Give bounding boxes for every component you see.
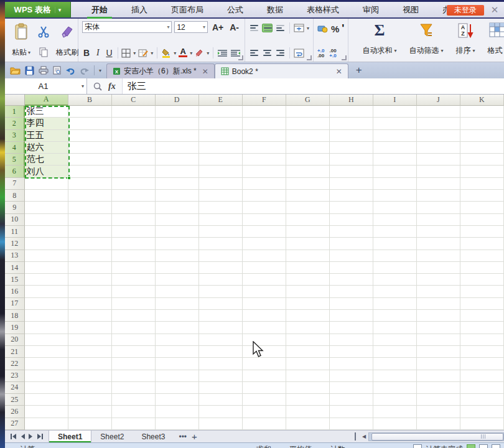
cell-C25[interactable] bbox=[112, 394, 156, 406]
cell-H2[interactable] bbox=[330, 118, 373, 129]
cell-K24[interactable] bbox=[460, 382, 504, 394]
cell-D26[interactable] bbox=[156, 406, 199, 418]
cell-J1[interactable] bbox=[417, 106, 460, 118]
select-all-corner[interactable] bbox=[5, 95, 25, 106]
cell-I26[interactable] bbox=[373, 406, 417, 418]
column-header-e[interactable]: E bbox=[199, 95, 243, 106]
cell-C7[interactable] bbox=[112, 178, 156, 190]
cell-G17[interactable] bbox=[286, 298, 330, 310]
cell-C24[interactable] bbox=[112, 382, 156, 394]
cell-H20[interactable] bbox=[330, 334, 373, 346]
menu-tab-review[interactable]: 审阅 bbox=[351, 2, 391, 17]
cell-A5[interactable]: 范七 bbox=[25, 154, 68, 166]
cell-A2[interactable]: 李四 bbox=[25, 118, 68, 129]
cell-D10[interactable] bbox=[156, 214, 199, 226]
cell-G8[interactable] bbox=[286, 190, 330, 202]
cell-I9[interactable] bbox=[373, 202, 417, 213]
cell-G3[interactable] bbox=[286, 130, 330, 142]
cell-G19[interactable] bbox=[286, 322, 330, 334]
cell-D27[interactable] bbox=[156, 418, 199, 430]
cell-K16[interactable] bbox=[460, 286, 504, 297]
cell-F11[interactable] bbox=[243, 226, 286, 238]
row-header-26[interactable]: 26 bbox=[5, 406, 25, 418]
cell-B24[interactable] bbox=[68, 382, 112, 394]
cell-J24[interactable] bbox=[417, 382, 460, 394]
cell-C27[interactable] bbox=[112, 418, 156, 430]
cell-A11[interactable] bbox=[25, 226, 68, 238]
cell-A9[interactable] bbox=[25, 202, 68, 213]
row-header-23[interactable]: 23 bbox=[5, 370, 25, 382]
cell-B4[interactable] bbox=[68, 142, 112, 154]
column-header-f[interactable]: F bbox=[243, 95, 286, 106]
cell-B15[interactable] bbox=[68, 274, 112, 286]
cell-I11[interactable] bbox=[373, 226, 417, 238]
column-header-g[interactable]: G bbox=[286, 95, 330, 106]
cell-G7[interactable] bbox=[286, 178, 330, 190]
cell-J12[interactable] bbox=[417, 238, 460, 250]
cell-G20[interactable] bbox=[286, 334, 330, 346]
cell-C5[interactable] bbox=[112, 154, 156, 166]
spreadsheet-grid[interactable]: ABCDEFGHIJK1张三2李四3王五4赵六5范七6刘八78910111213… bbox=[5, 95, 504, 430]
cell-A1[interactable]: 张三 bbox=[25, 106, 68, 118]
cell-G12[interactable] bbox=[286, 238, 330, 250]
cell-F14[interactable] bbox=[243, 262, 286, 274]
cell-E6[interactable] bbox=[199, 166, 243, 177]
cell-E3[interactable] bbox=[199, 130, 243, 142]
page-layout-view-icon[interactable] bbox=[479, 444, 488, 448]
cell-G16[interactable] bbox=[286, 286, 330, 297]
cell-C8[interactable] bbox=[112, 190, 156, 202]
row-header-17[interactable]: 17 bbox=[5, 298, 25, 310]
cell-H18[interactable] bbox=[330, 310, 373, 322]
cell-J9[interactable] bbox=[417, 202, 460, 213]
cell-C14[interactable] bbox=[112, 262, 156, 274]
next-sheet-icon[interactable] bbox=[29, 432, 34, 441]
cell-I18[interactable] bbox=[373, 310, 417, 322]
cell-D22[interactable] bbox=[156, 358, 199, 370]
cell-F3[interactable] bbox=[243, 130, 286, 142]
cell-C9[interactable] bbox=[112, 202, 156, 213]
cell-D19[interactable] bbox=[156, 322, 199, 334]
cell-J10[interactable] bbox=[417, 214, 460, 226]
redo-icon[interactable] bbox=[80, 67, 90, 75]
cell-I12[interactable] bbox=[373, 238, 417, 250]
cell-G15[interactable] bbox=[286, 274, 330, 286]
cell-B1[interactable] bbox=[68, 106, 112, 118]
cell-H15[interactable] bbox=[330, 274, 373, 286]
cell-J8[interactable] bbox=[417, 190, 460, 202]
cell-J25[interactable] bbox=[417, 394, 460, 406]
cell-A23[interactable] bbox=[25, 370, 68, 382]
cell-J20[interactable] bbox=[417, 334, 460, 346]
cell-I23[interactable] bbox=[373, 370, 417, 382]
underline-button[interactable]: U bbox=[105, 48, 113, 58]
cell-F6[interactable] bbox=[243, 166, 286, 177]
row-header-5[interactable]: 5 bbox=[5, 154, 25, 166]
cell-E1[interactable] bbox=[199, 106, 243, 118]
cell-F26[interactable] bbox=[243, 406, 286, 418]
cell-C10[interactable] bbox=[112, 214, 156, 226]
cell-F20[interactable] bbox=[243, 334, 286, 346]
cell-G9[interactable] bbox=[286, 202, 330, 213]
prev-sheet-icon[interactable] bbox=[20, 432, 25, 441]
cell-K20[interactable] bbox=[460, 334, 504, 346]
column-header-h[interactable]: H bbox=[330, 95, 373, 106]
cell-F23[interactable] bbox=[243, 370, 286, 382]
cell-A15[interactable] bbox=[25, 274, 68, 286]
row-header-3[interactable]: 3 bbox=[5, 130, 25, 142]
cell-C13[interactable] bbox=[112, 250, 156, 262]
row-header-16[interactable]: 16 bbox=[5, 286, 25, 297]
cell-K18[interactable] bbox=[460, 310, 504, 322]
new-tab-button[interactable]: + bbox=[348, 62, 370, 78]
font-color-icon[interactable]: A bbox=[179, 49, 187, 57]
cell-A22[interactable] bbox=[25, 358, 68, 370]
grow-font-button[interactable]: A+ bbox=[210, 22, 225, 32]
cell-K12[interactable] bbox=[460, 238, 504, 250]
cell-K6[interactable] bbox=[460, 166, 504, 177]
cell-D2[interactable] bbox=[156, 118, 199, 129]
cell-I5[interactable] bbox=[373, 154, 417, 166]
first-sheet-icon[interactable] bbox=[10, 432, 16, 441]
cell-H14[interactable] bbox=[330, 262, 373, 274]
row-header-14[interactable]: 14 bbox=[5, 262, 25, 274]
cell-D5[interactable] bbox=[156, 154, 199, 166]
cell-K4[interactable] bbox=[460, 142, 504, 154]
cell-H10[interactable] bbox=[330, 214, 373, 226]
